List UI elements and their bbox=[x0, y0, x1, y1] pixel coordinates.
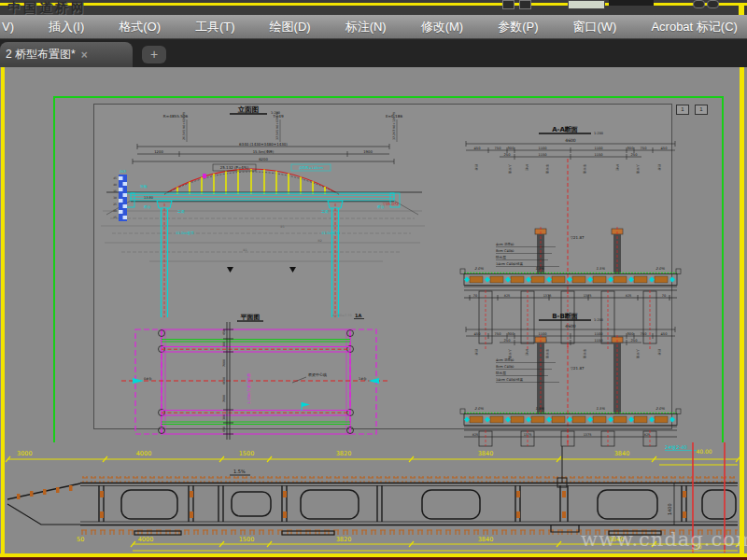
slope-label: 1.5% bbox=[535, 406, 544, 411]
menu-insert[interactable]: 插入(I) bbox=[49, 19, 84, 35]
col-label: 栏杆 bbox=[657, 348, 661, 356]
section-a-title-text: A-A断面 bbox=[552, 126, 578, 133]
pile-dim: 1375 bbox=[584, 294, 592, 298]
col-label: 栏杆 bbox=[474, 348, 478, 356]
dim-mid: 15.5m(净跨) bbox=[253, 149, 275, 154]
pile-dim: 825 bbox=[472, 433, 478, 437]
strip-dim: 3000 bbox=[17, 450, 33, 457]
pile-dim: 1375 bbox=[584, 433, 592, 437]
strata-label: ②1 bbox=[280, 225, 285, 229]
section-a-title: A-A断面 1:200 bbox=[539, 126, 603, 135]
col-label: 车行道 bbox=[545, 164, 549, 175]
new-tab-button[interactable]: + bbox=[142, 46, 166, 63]
col-label: 人行道 bbox=[636, 164, 640, 175]
dim: 450 bbox=[474, 332, 482, 336]
label-daban: 搭板 bbox=[140, 184, 148, 189]
layer-line: 防水层 bbox=[496, 255, 506, 259]
menu-view-clipped[interactable]: V) bbox=[2, 20, 14, 34]
layout-page-box[interactable]: 1 bbox=[676, 105, 689, 115]
level-label: ▽21.87 bbox=[571, 366, 585, 371]
label-zk: ZK3 bbox=[120, 170, 126, 174]
slope-label: 1.5% bbox=[596, 266, 605, 271]
tab-label: 2 桥型布置图* bbox=[6, 47, 76, 63]
elevation-view[interactable]: 立面图 1:200 R=4855.506 T=49 E=0.186 26.545… bbox=[93, 101, 430, 325]
dim: 250 bbox=[504, 153, 512, 157]
site-url-watermark: www.cndag.com bbox=[581, 528, 747, 551]
section-b-view[interactable]: B-B断面 1:200 4600 450 750 300 1100 1100 3… bbox=[451, 310, 690, 446]
strip-dim: 3820 bbox=[336, 450, 352, 457]
label-pile-l: 41.0m桩基 bbox=[176, 231, 194, 235]
vdim: 450 bbox=[222, 427, 226, 432]
section-b-title-text: B-B断面 bbox=[552, 313, 578, 320]
magenta-note: 1-20m下承式拱桥 bbox=[247, 372, 251, 404]
menu-draw[interactable]: 绘图(D) bbox=[270, 19, 311, 35]
layout-page-box[interactable]: 1 bbox=[695, 105, 708, 115]
level-label: ▽21.87 bbox=[571, 235, 585, 240]
slope-note: 1.5% bbox=[230, 469, 250, 475]
slope-label: 2.0% bbox=[474, 406, 484, 411]
hangers bbox=[177, 169, 325, 194]
dim: 250 bbox=[631, 153, 639, 157]
piers bbox=[125, 193, 400, 317]
plan-view[interactable]: 平面图 44.50=7.70 1A bbox=[120, 311, 392, 441]
layer-line: 4cm 沥青砼 bbox=[496, 357, 514, 362]
height-dim: 1400 bbox=[667, 483, 674, 525]
strip-right-dim: 40.00 bbox=[696, 448, 712, 455]
dim: 750 bbox=[495, 147, 502, 150]
menu-window[interactable]: 窗口(W) bbox=[572, 19, 616, 35]
abutment-label-left: 0#台 bbox=[144, 377, 152, 381]
elevation-titles: 立面图 1:200 R=4855.506 T=49 E=0.186 26.545… bbox=[163, 105, 403, 142]
dim-total: 4600 bbox=[565, 138, 576, 143]
tab-bridge-layout[interactable]: 2 桥型布置图* × bbox=[0, 42, 133, 67]
menu-dimension[interactable]: 标注(N) bbox=[345, 19, 387, 35]
dim: 300 bbox=[508, 332, 515, 336]
dim: 300 bbox=[627, 147, 635, 150]
toolbar-icon[interactable] bbox=[568, 0, 605, 9]
strip-dim: 3840 bbox=[478, 450, 494, 457]
dim: 450 bbox=[661, 147, 669, 150]
capture-border-right-top bbox=[739, 3, 744, 15]
pick-marker bbox=[203, 174, 206, 178]
plan-title: 平面图 44.50=7.70 1A bbox=[237, 313, 364, 321]
dim-span: 6200 bbox=[259, 157, 268, 161]
toolbar-icon[interactable] bbox=[519, 0, 531, 9]
label-qiaotai-r: 桥台 bbox=[376, 204, 385, 209]
strip-dim: 3820 bbox=[336, 536, 352, 543]
toolbar-icon[interactable] bbox=[502, 0, 514, 9]
capture-border-right bbox=[740, 67, 744, 554]
section-a-scale: 1:200 bbox=[594, 132, 603, 135]
span-outline bbox=[162, 329, 350, 434]
dim: 300 bbox=[627, 332, 635, 336]
menu-parametric[interactable]: 参数(P) bbox=[498, 19, 538, 35]
section-b-scale: 1:200 bbox=[594, 318, 603, 322]
strip-dim: 1500 bbox=[239, 450, 255, 457]
menu-modify[interactable]: 修改(M) bbox=[421, 19, 464, 35]
gray-note: 44.50=7.70 bbox=[332, 314, 352, 317]
dim: 1100 bbox=[594, 332, 603, 336]
col-label: 护栏 bbox=[525, 164, 529, 171]
toolbar-icon[interactable] bbox=[609, 0, 654, 6]
layer-line: 14cm C40砼铺装 bbox=[496, 262, 523, 266]
station-label: 37.247 K0+124.79 bbox=[392, 112, 396, 140]
dim-total: 4600 bbox=[565, 324, 576, 329]
dim: 250 bbox=[631, 339, 639, 343]
slope-text: 1.5% bbox=[233, 469, 246, 474]
dim: 750 bbox=[495, 332, 502, 336]
toolbar-icon[interactable] bbox=[693, 0, 705, 8]
menu-acrobat-markup[interactable]: Acrobat 标记(C) bbox=[651, 19, 737, 35]
dim: 300 bbox=[508, 147, 515, 150]
bh-mark: 40 bbox=[113, 183, 117, 187]
dim: 1150 bbox=[538, 153, 547, 157]
pile-dim: 70 bbox=[662, 294, 666, 298]
red-level-label: ▽35.072 bbox=[383, 202, 400, 206]
layer-line: 8cm C40砼 bbox=[496, 249, 514, 253]
dim: 1100 bbox=[538, 147, 547, 150]
toolbar-icon[interactable] bbox=[707, 0, 719, 8]
layer-line: 8cm C40砼 bbox=[496, 365, 514, 369]
tab-close-icon[interactable]: × bbox=[81, 49, 88, 62]
bh-mark: 25 bbox=[113, 203, 117, 206]
arch-ribs bbox=[535, 335, 623, 413]
menu-format[interactable]: 格式(O) bbox=[119, 19, 161, 35]
elevation-dimensions: 6340 (1430+3480+1430) 1200 15.5m(净跨) 190… bbox=[133, 142, 394, 165]
menu-tools[interactable]: 工具(T) bbox=[195, 19, 235, 35]
